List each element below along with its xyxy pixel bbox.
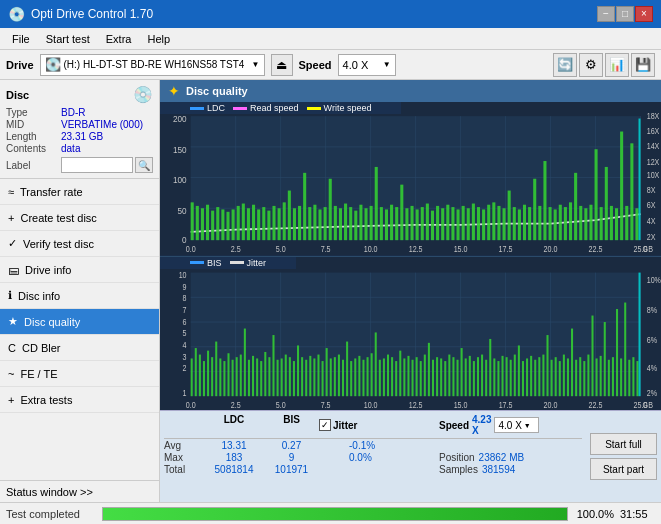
svg-text:GB: GB	[643, 244, 653, 254]
svg-rect-270	[587, 354, 589, 396]
nav-item-create-test-disc[interactable]: + Create test disc	[0, 205, 159, 231]
svg-rect-95	[467, 208, 470, 240]
stats-bottom: LDC BIS ✓ Jitter Speed 4.23 X 4.0 X ▼	[160, 410, 661, 502]
svg-text:150: 150	[173, 144, 187, 155]
menu-extra[interactable]: Extra	[98, 31, 140, 47]
svg-rect-49	[232, 209, 235, 240]
menubar: File Start test Extra Help	[0, 28, 661, 50]
svg-rect-176	[203, 361, 205, 396]
menu-help[interactable]: Help	[139, 31, 178, 47]
disc-panel-header: Disc 💿	[6, 85, 153, 104]
svg-rect-101	[497, 206, 500, 240]
nav-item-extra-tests[interactable]: + Extra tests	[0, 387, 159, 413]
minimize-button[interactable]: −	[597, 6, 615, 22]
start-part-button[interactable]: Start part	[590, 458, 657, 480]
svg-text:2.5: 2.5	[231, 400, 241, 410]
speed-selector-stats[interactable]: 4.0 X ▼	[494, 417, 539, 433]
svg-rect-118	[584, 208, 587, 240]
nav-item-drive-info[interactable]: 🖴 Drive info	[0, 257, 159, 283]
svg-rect-204	[317, 354, 319, 396]
total-ldc: 5081814	[204, 464, 264, 475]
disc-length-label: Length	[6, 131, 61, 142]
svg-rect-42	[196, 206, 199, 240]
menu-start-test[interactable]: Start test	[38, 31, 98, 47]
svg-rect-237	[452, 357, 454, 396]
svg-rect-94	[462, 206, 465, 240]
svg-rect-279	[624, 302, 626, 396]
settings-button[interactable]: ⚙	[579, 53, 603, 77]
jitter-checkbox[interactable]: ✓	[319, 419, 331, 431]
svg-rect-245	[485, 359, 487, 395]
svg-text:20.0: 20.0	[544, 400, 558, 410]
disc-label-search-button[interactable]: 🔍	[135, 157, 153, 173]
graph-button[interactable]: 📊	[605, 53, 629, 77]
ldc-legend-label: LDC	[207, 103, 225, 113]
svg-rect-83	[405, 208, 408, 240]
svg-rect-128	[635, 208, 638, 240]
nav-item-transfer-rate[interactable]: ≈ Transfer rate	[0, 179, 159, 205]
maximize-button[interactable]: □	[616, 6, 634, 22]
disc-type-value: BD-R	[61, 107, 85, 118]
svg-text:8%: 8%	[647, 305, 657, 315]
svg-text:0.0: 0.0	[186, 244, 196, 254]
svg-rect-255	[526, 358, 528, 396]
svg-rect-72	[349, 207, 352, 240]
nav-item-fe-te[interactable]: ~ FE / TE	[0, 361, 159, 387]
svg-rect-185	[240, 354, 242, 396]
menu-file[interactable]: File	[4, 31, 38, 47]
eject-button[interactable]: ⏏	[271, 54, 293, 76]
svg-rect-253	[518, 345, 520, 396]
svg-rect-199	[297, 345, 299, 396]
svg-rect-277	[616, 309, 618, 396]
svg-rect-112	[554, 209, 557, 240]
svg-rect-228	[416, 357, 418, 396]
svg-rect-223	[395, 361, 397, 396]
svg-rect-214	[358, 355, 360, 395]
svg-text:0.0: 0.0	[186, 400, 196, 410]
nav-item-transfer-rate-label: Transfer rate	[20, 186, 83, 198]
svg-rect-266	[571, 328, 573, 396]
nav-item-disc-info[interactable]: ℹ Disc info	[0, 283, 159, 309]
stats-max-row: Max 183 9 0.0% Position 23862 MB	[164, 452, 582, 463]
jitter-legend-item: Jitter	[230, 258, 267, 268]
nav-item-disc-quality[interactable]: ★ Disc quality	[0, 309, 159, 335]
svg-rect-235	[444, 361, 446, 396]
svg-rect-71	[344, 204, 347, 241]
svg-rect-107	[528, 207, 531, 240]
speed-selector[interactable]: 4.0 X ▼	[338, 54, 396, 76]
svg-rect-282	[636, 361, 638, 396]
avg-ldc: 13.31	[204, 440, 264, 451]
svg-rect-267	[575, 359, 577, 395]
svg-rect-109	[538, 206, 541, 240]
svg-text:3: 3	[183, 351, 187, 361]
svg-rect-78	[380, 207, 383, 240]
svg-text:15.0: 15.0	[454, 400, 468, 410]
refresh-button[interactable]: 🔄	[553, 53, 577, 77]
start-full-button[interactable]: Start full	[590, 433, 657, 455]
save-button[interactable]: 💾	[631, 53, 655, 77]
svg-rect-238	[457, 359, 459, 395]
svg-rect-91	[446, 205, 449, 240]
svg-rect-195	[281, 358, 283, 396]
create-test-disc-icon: +	[8, 212, 14, 224]
nav-item-cd-bler[interactable]: C CD Bler	[0, 335, 159, 361]
sidebar: Disc 💿 Type BD-R MID VERBATIMe (000) Len…	[0, 80, 160, 502]
disc-label-input[interactable]	[61, 157, 133, 173]
close-button[interactable]: ×	[635, 6, 653, 22]
status-window-toggle[interactable]: Status window >>	[0, 480, 159, 502]
svg-text:7.5: 7.5	[321, 244, 331, 254]
chart2-legend: BIS Jitter	[160, 257, 296, 269]
svg-rect-236	[448, 354, 450, 396]
svg-rect-251	[510, 359, 512, 395]
svg-text:4%: 4%	[647, 363, 657, 373]
svg-text:10.0: 10.0	[364, 400, 378, 410]
drive-selector[interactable]: 💽 (H:) HL-DT-ST BD-RE WH16NS58 TST4 ▼	[40, 54, 265, 76]
ldc-legend-item: LDC	[190, 103, 225, 113]
svg-rect-73	[354, 211, 357, 241]
svg-rect-244	[481, 354, 483, 396]
svg-rect-216	[367, 357, 369, 396]
nav-item-verify-test-disc[interactable]: ✓ Verify test disc	[0, 231, 159, 257]
svg-rect-220	[383, 358, 385, 396]
svg-rect-232	[432, 359, 434, 395]
svg-rect-209	[338, 354, 340, 396]
